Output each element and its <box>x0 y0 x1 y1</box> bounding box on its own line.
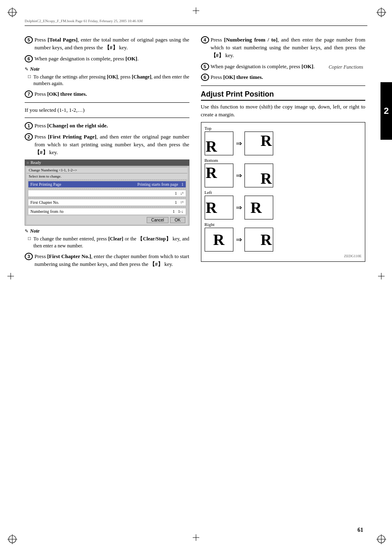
dialog-first-chapter-label: First Chapter No. <box>30 200 59 205</box>
two-column-layout: 5 Press [Total Pages], enter the total n… <box>25 36 365 272</box>
pos-bottom-after: R <box>244 164 273 187</box>
divider-2 <box>25 118 189 118</box>
step-5-left: 5 Press [Total Pages], enter the total n… <box>25 36 189 52</box>
corner-mark-tl <box>7 7 16 16</box>
step-1b-text: Press [Change] on the right side. <box>35 122 189 130</box>
pos-top-boxes: R ⇒ R <box>205 132 362 155</box>
note-icon-2: ✎ <box>25 229 28 234</box>
dialog-first-chapter-num: 1 <box>175 200 177 205</box>
header-bar: DolphinC2_ENcopy_F_FM.book Page 61 Frida… <box>25 17 367 25</box>
step-5r-text: When page designation is complete, press… <box>211 63 366 71</box>
right-column: 4 Press [Numbering from / to], and then … <box>201 36 366 272</box>
note-text-1: To change the settings after pressing [O… <box>33 74 189 88</box>
step-7-left: 7 Press [OK] three times. <box>25 90 189 98</box>
step-5-number: 5 <box>25 36 33 44</box>
r-letter-right-before: R <box>213 232 224 247</box>
divider-1 <box>25 102 189 103</box>
dialog-row-first-printing: First Printing Page Printing starts from… <box>28 181 186 188</box>
step-6r-text: Press [OK] three times. <box>211 74 366 81</box>
step-3b-text: Press [First Chapter No.], enter the cha… <box>35 253 189 268</box>
pos-bottom-before: R <box>205 164 233 187</box>
page-number: 61 <box>357 527 363 533</box>
dialog-ready-label: Ready <box>30 160 41 165</box>
center-mark-bottom <box>193 534 199 542</box>
step-1b: 1 Press [Change] on the right side. <box>25 122 189 130</box>
note-box-2: ✎ Note □ To change the number entered, p… <box>25 228 189 249</box>
note-title-1: Note <box>30 66 39 72</box>
pos-section-top: Top R ⇒ R <box>205 126 362 155</box>
pos-right-after: R <box>244 228 273 252</box>
step-6r: 6 Press [OK] three times. <box>201 74 366 81</box>
step-6-number: 6 <box>25 55 33 62</box>
dialog-separator-3 <box>28 198 186 198</box>
note-item-1: □ To change the settings after pressing … <box>25 74 189 88</box>
filename-label: DolphinC2_ENcopy_F_FM.book Page 61 Frida… <box>25 19 143 23</box>
pos-label-bottom: Bottom <box>205 158 362 163</box>
page-wrapper: DolphinC2_ENcopy_F_FM.book Page 61 Frida… <box>0 0 392 554</box>
arrow-right-dir: ⇒ <box>236 235 242 244</box>
r-letter-bottom-after: R <box>261 171 272 186</box>
dialog-row-2: 1 ↓¹ <box>28 190 186 197</box>
dialog-numbering-val: 1 1-↓ <box>173 209 183 214</box>
step-5r: 5 When page designation is complete, pre… <box>201 63 366 71</box>
note-box-1: ✎ Note □ To change the settings after pr… <box>25 66 189 88</box>
note-text-2: To change the number entered, press [Cle… <box>33 235 189 249</box>
dialog-row2-val-text: 1 <box>175 191 177 196</box>
dialog-row2-val: 1 ↓¹ <box>175 191 184 196</box>
r-letter-right-after: R <box>261 232 272 247</box>
center-mark-top <box>193 7 199 16</box>
step-5r-number: 5 <box>201 63 209 70</box>
dialog-info-row2: Select item to change. <box>27 173 187 179</box>
dialog-separator-4 <box>28 207 186 207</box>
step-2b: 2 Press [First Printing Page], and then … <box>25 133 189 157</box>
step-6-text: When page designation is complete, press… <box>35 55 189 63</box>
pos-left-before: R <box>205 196 233 219</box>
step-6-left: 6 When page designation is complete, pre… <box>25 55 189 63</box>
note-header-1: ✎ Note <box>25 66 189 72</box>
dialog-first-printing-label: First Printing Page <box>30 182 61 187</box>
dialog-row2-icon: ↓¹ <box>180 191 184 196</box>
pos-top-before: R <box>205 132 233 155</box>
step-5-text: Press [Total Pages], enter the total num… <box>35 36 189 52</box>
divider-right <box>201 85 366 86</box>
pos-bottom-boxes: R ⇒ R <box>205 164 362 187</box>
step-6r-number: 6 <box>201 74 209 81</box>
step-3b-number: 3 <box>25 253 33 260</box>
pos-right-before: R <box>205 228 233 252</box>
corner-mark-bl <box>7 534 16 542</box>
pos-left-boxes: R ⇒ R <box>205 196 362 219</box>
pos-section-left: Left R ⇒ R <box>205 190 362 219</box>
dialog-first-chapter-icon: ↑¹ <box>180 200 184 205</box>
dialog-info-row1: Change Numbering <1-1, 1-2--> <box>27 167 187 173</box>
dialog-footer: Cancel OK <box>27 216 187 224</box>
dialog-separator-2 <box>28 189 186 189</box>
dialog-screenshot: ○ Ready Change Numbering <1-1, 1-2--> Se… <box>25 159 189 226</box>
step-4r-text: Press [Numbering from / to], and then en… <box>211 36 366 60</box>
dialog-ok-btn[interactable]: OK <box>170 217 185 223</box>
corner-mark-br <box>376 534 385 542</box>
pos-label-top: Top <box>205 126 362 131</box>
r-letter-left-before: R <box>206 200 217 215</box>
step-7-number: 7 <box>25 90 33 98</box>
r-letter-top-before: R <box>206 138 217 154</box>
corner-mark-tr <box>376 7 385 16</box>
step-3b: 3 Press [First Chapter No.], enter the c… <box>25 253 189 268</box>
pos-section-right: Right R ⇒ R <box>205 222 362 252</box>
dialog-printing-from-val: 1 <box>182 182 184 187</box>
dialog-title-row: ○ Ready <box>25 159 189 166</box>
dialog-row-numbering: Numbering from /to 1 1-↓ <box>28 208 186 215</box>
pos-label-right: Right <box>205 222 362 227</box>
dialog-cancel-btn[interactable]: Cancel <box>147 217 168 223</box>
note-icon-1: ✎ <box>25 67 28 72</box>
center-mark-left <box>7 273 14 281</box>
section-heading-adjust: Adjust Print Position <box>201 90 366 101</box>
dialog-first-chapter-val: 1 ↑¹ <box>175 200 184 205</box>
header-rule <box>25 25 367 26</box>
pos-left-after: R <box>244 196 273 219</box>
chapter-tab: 2 <box>380 82 392 140</box>
dialog-first-printing-val: Printing starts from page 1 <box>137 182 183 187</box>
dialog-numbering-num: 1 <box>173 209 175 214</box>
arrow-top: ⇒ <box>236 139 242 148</box>
note-header-2: ✎ Note <box>25 228 189 234</box>
dialog-ready-icon: ○ <box>27 161 29 165</box>
